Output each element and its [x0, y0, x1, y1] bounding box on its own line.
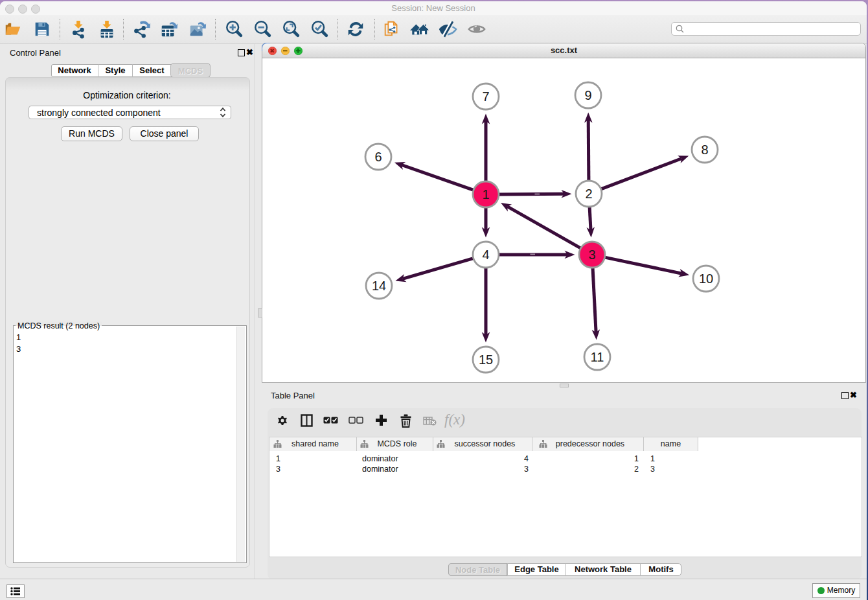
- svg-text:11: 11: [591, 350, 604, 364]
- svg-text:3: 3: [588, 248, 595, 262]
- svg-text:10: 10: [699, 271, 713, 286]
- svg-text:9: 9: [584, 88, 591, 102]
- svg-text:7: 7: [482, 89, 489, 104]
- svg-text:4: 4: [482, 248, 489, 262]
- svg-text:8: 8: [701, 143, 708, 157]
- svg-text:14: 14: [372, 279, 386, 293]
- svg-text:1: 1: [482, 187, 489, 202]
- svg-text:2: 2: [585, 187, 592, 201]
- svg-text:15: 15: [479, 352, 493, 367]
- svg-text:6: 6: [374, 150, 382, 164]
